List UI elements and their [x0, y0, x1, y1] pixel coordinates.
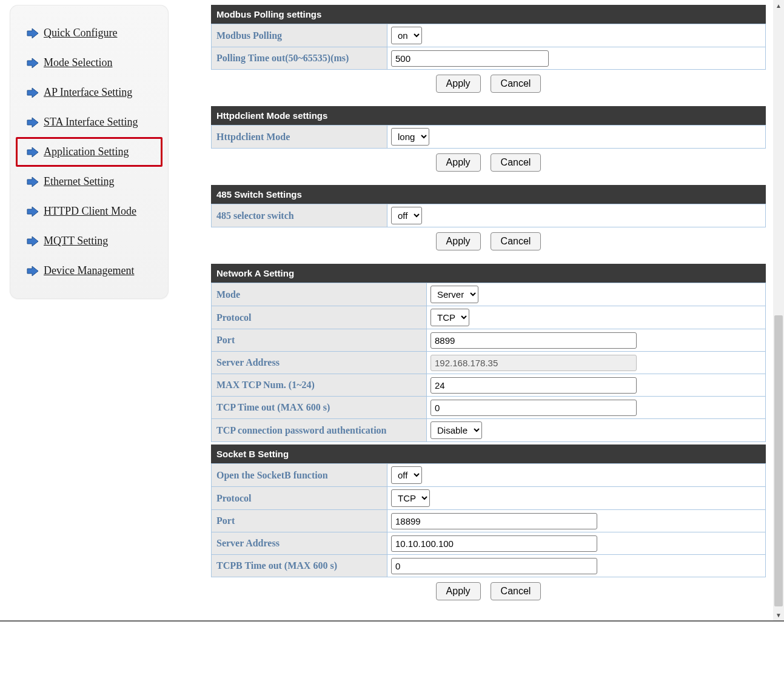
- neta-maxtcp-label: MAX TCP Num. (1~24): [212, 374, 427, 397]
- scrollbar[interactable]: ▲ ▼: [773, 0, 784, 620]
- main-content: Modbus Polling settings Modbus Polling o…: [211, 5, 766, 604]
- neta-port-input[interactable]: [431, 332, 637, 349]
- neta-server-input: [431, 355, 637, 371]
- socketb-timeout-input[interactable]: [391, 558, 597, 574]
- sidebar: Quick ConfigureMode SelectionAP Interfac…: [10, 5, 169, 299]
- switch485-table: 485 selector switch off: [211, 204, 766, 227]
- sidebar-link[interactable]: AP Interface Setting: [44, 86, 132, 99]
- cancel-button[interactable]: Cancel: [491, 75, 541, 93]
- socketb-protocol-select[interactable]: TCP: [391, 489, 430, 507]
- sidebar-item[interactable]: Quick Configure: [16, 18, 162, 48]
- arrow-right-icon: [27, 28, 39, 39]
- socketb-open-label: Open the SocketB function: [212, 464, 387, 487]
- modbus-section-header: Modbus Polling settings: [211, 5, 766, 24]
- scroll-thumb[interactable]: [774, 315, 783, 606]
- polling-timeout-input[interactable]: [391, 50, 549, 67]
- socketb-section-header: Socket B Setting: [211, 444, 766, 463]
- socketb-server-label: Server Address: [212, 532, 387, 555]
- sidebar-item[interactable]: STA Interface Setting: [16, 107, 162, 137]
- modbus-table: Modbus Polling on Polling Time out(50~65…: [211, 24, 766, 70]
- neta-table: Mode Server Protocol TCP Port: [211, 283, 766, 442]
- scroll-up-icon[interactable]: ▲: [773, 0, 784, 11]
- neta-section-header: Network A Setting: [211, 264, 766, 283]
- neta-mode-select[interactable]: Server: [431, 286, 478, 303]
- sidebar-link[interactable]: Quick Configure: [44, 27, 117, 39]
- modbus-polling-label: Modbus Polling: [212, 24, 387, 47]
- sidebar-item[interactable]: Device Management: [16, 256, 162, 286]
- arrow-right-icon: [27, 117, 39, 128]
- sidebar-link[interactable]: Device Management: [44, 264, 134, 277]
- arrow-right-icon: [27, 206, 39, 217]
- neta-auth-label: TCP connection password authentication: [212, 419, 427, 442]
- neta-port-label: Port: [212, 329, 427, 352]
- sidebar-link[interactable]: Mode Selection: [44, 56, 112, 69]
- sidebar-link[interactable]: STA Interface Setting: [44, 116, 138, 129]
- sidebar-item[interactable]: Mode Selection: [16, 48, 162, 78]
- socketb-protocol-label: Protocol: [212, 487, 387, 510]
- socketb-port-label: Port: [212, 510, 387, 532]
- apply-button[interactable]: Apply: [436, 75, 481, 93]
- cancel-button[interactable]: Cancel: [491, 582, 541, 600]
- modbus-polling-select[interactable]: on: [391, 27, 422, 44]
- socketb-table: Open the SocketB function off Protocol T…: [211, 463, 766, 577]
- sidebar-link[interactable]: Ethernet Setting: [44, 175, 114, 188]
- httpd-section-header: Httpdclient Mode settings: [211, 106, 766, 125]
- httpd-table: Httpdclient Mode long: [211, 125, 766, 149]
- cancel-button[interactable]: Cancel: [491, 232, 541, 250]
- scroll-down-icon[interactable]: ▼: [773, 609, 784, 620]
- sidebar-link[interactable]: HTTPD Client Mode: [44, 205, 136, 218]
- sidebar-link[interactable]: Application Setting: [44, 146, 129, 158]
- socketb-open-select[interactable]: off: [391, 466, 422, 484]
- sidebar-item[interactable]: MQTT Setting: [16, 226, 162, 256]
- sidebar-item[interactable]: Ethernet Setting: [16, 167, 162, 196]
- neta-protocol-label: Protocol: [212, 306, 427, 329]
- sidebar-item[interactable]: AP Interface Setting: [16, 78, 162, 107]
- socketb-timeout-label: TCPB Time out (MAX 600 s): [212, 555, 387, 577]
- arrow-right-icon: [27, 236, 39, 247]
- httpd-mode-label: Httpdclient Mode: [212, 126, 387, 149]
- apply-button[interactable]: Apply: [436, 582, 481, 600]
- arrow-right-icon: [27, 147, 39, 158]
- arrow-right-icon: [27, 266, 39, 277]
- switch485-section-header: 485 Switch Settings: [211, 185, 766, 204]
- neta-maxtcp-input[interactable]: [431, 377, 637, 394]
- socketb-port-input[interactable]: [391, 513, 597, 529]
- socketb-server-input[interactable]: [391, 535, 597, 552]
- neta-protocol-select[interactable]: TCP: [431, 309, 469, 326]
- cancel-button[interactable]: Cancel: [491, 153, 541, 172]
- arrow-right-icon: [27, 58, 39, 69]
- sidebar-link[interactable]: MQTT Setting: [44, 235, 108, 247]
- sidebar-item[interactable]: HTTPD Client Mode: [16, 196, 162, 226]
- switch485-selector-select[interactable]: off: [391, 207, 422, 224]
- arrow-right-icon: [27, 176, 39, 187]
- httpd-mode-select[interactable]: long: [391, 128, 429, 146]
- switch485-selector-label: 485 selector switch: [212, 204, 387, 227]
- polling-timeout-label: Polling Time out(50~65535)(ms): [212, 47, 387, 70]
- arrow-right-icon: [27, 87, 39, 98]
- neta-server-label: Server Address: [212, 352, 427, 374]
- neta-auth-select[interactable]: Disable: [431, 421, 482, 439]
- apply-button[interactable]: Apply: [436, 232, 481, 250]
- apply-button[interactable]: Apply: [436, 153, 481, 172]
- neta-timeout-label: TCP Time out (MAX 600 s): [212, 397, 427, 419]
- neta-mode-label: Mode: [212, 283, 427, 306]
- neta-timeout-input[interactable]: [431, 400, 637, 416]
- sidebar-item[interactable]: Application Setting: [16, 137, 162, 167]
